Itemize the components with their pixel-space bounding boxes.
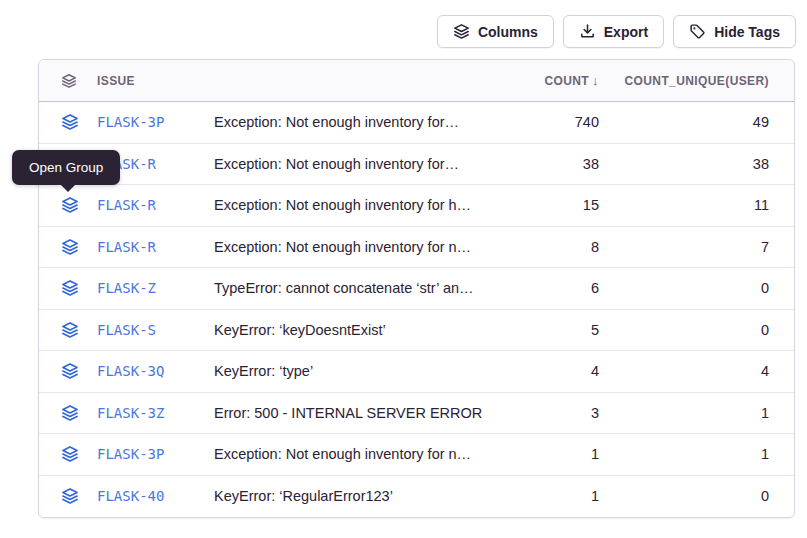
count-unique-value: 49 — [599, 114, 769, 130]
count-unique-value: 38 — [599, 156, 769, 172]
issue-link[interactable]: FLASK-Z — [97, 280, 214, 296]
issue-link[interactable]: FLASK-R — [97, 197, 214, 213]
table-body: FLASK-3P Exception: Not enough inventory… — [39, 102, 794, 517]
hide-tags-button[interactable]: Hide Tags — [673, 15, 796, 48]
count-unique-value: 1 — [599, 446, 769, 462]
count-value: 6 — [509, 280, 599, 296]
issue-row: FLASK-R Exception: Not enough inventory … — [39, 227, 794, 269]
issue-row: FLASK-3Q KeyError: ‘type’ 4 4 — [39, 351, 794, 393]
issue-link[interactable]: FLASK-R — [97, 239, 214, 255]
tag-icon — [689, 23, 706, 40]
count-header-label: COUNT — [544, 74, 589, 88]
open-group-layers-icon[interactable] — [61, 321, 97, 339]
table-toolbar: Columns Export Hide Tags — [437, 15, 796, 48]
column-header-count-unique[interactable]: COUNT_UNIQUE(USER) — [599, 74, 769, 88]
open-group-layers-icon[interactable] — [61, 362, 97, 380]
hide-tags-button-label: Hide Tags — [714, 24, 780, 40]
count-value: 38 — [509, 156, 599, 172]
open-group-layers-icon[interactable] — [61, 238, 97, 256]
export-button-label: Export — [604, 24, 648, 40]
columns-button[interactable]: Columns — [437, 15, 554, 48]
issue-link[interactable]: FLASK-3P — [97, 114, 214, 130]
count-unique-value: 0 — [599, 322, 769, 338]
issue-link[interactable]: FLASK-3Z — [97, 405, 214, 421]
issue-link[interactable]: FLASK-3Q — [97, 363, 214, 379]
open-group-layers-icon[interactable] — [61, 279, 97, 297]
open-group-layers-icon[interactable] — [61, 196, 97, 214]
column-header-issue[interactable]: ISSUE — [97, 74, 214, 88]
issue-row: FLASK-3Z Error: 500 - INTERNAL SERVER ER… — [39, 393, 794, 435]
issue-title: TypeError: cannot concatenate ‘str’ an… — [214, 280, 509, 296]
count-unique-value: 0 — [599, 488, 769, 504]
count-value: 3 — [509, 405, 599, 421]
open-group-layers-icon[interactable] — [61, 404, 97, 422]
issue-title: KeyError: ‘RegularError123’ — [214, 488, 509, 504]
issue-title: Exception: Not enough inventory for h… — [214, 197, 509, 213]
issue-title: Error: 500 - INTERNAL SERVER ERROR — [214, 405, 509, 421]
issue-row: FLASK-40 KeyError: ‘RegularError123’ 1 0 — [39, 476, 794, 518]
layers-icon — [453, 23, 470, 40]
column-header-count[interactable]: COUNT↓ — [509, 73, 599, 88]
open-group-tooltip-label: Open Group — [29, 160, 103, 175]
header-layers-icon — [61, 73, 97, 89]
count-value: 8 — [509, 239, 599, 255]
issue-title: Exception: Not enough inventory for… — [214, 156, 509, 172]
issue-title: KeyError: ‘keyDoesntExist’ — [214, 322, 509, 338]
count-value: 5 — [509, 322, 599, 338]
issue-row: FLASK-R Exception: Not enough inventory … — [39, 185, 794, 227]
count-unique-value: 1 — [599, 405, 769, 421]
table-header-row: ISSUE COUNT↓ COUNT_UNIQUE(USER) — [39, 60, 794, 102]
count-value: 1 — [509, 488, 599, 504]
count-unique-value: 7 — [599, 239, 769, 255]
issue-title: Exception: Not enough inventory for… — [214, 114, 509, 130]
issue-row: FLASK-R Exception: Not enough inventory … — [39, 144, 794, 186]
issue-link[interactable]: FLASK-3P — [97, 446, 214, 462]
issue-row: FLASK-Z TypeError: cannot concatenate ‘s… — [39, 268, 794, 310]
count-unique-value: 0 — [599, 280, 769, 296]
issue-title: Exception: Not enough inventory for n… — [214, 239, 509, 255]
issue-row: FLASK-S KeyError: ‘keyDoesntExist’ 5 0 — [39, 310, 794, 352]
issue-title: Exception: Not enough inventory for n… — [214, 446, 509, 462]
count-value: 4 — [509, 363, 599, 379]
issue-row: FLASK-3P Exception: Not enough inventory… — [39, 434, 794, 476]
columns-button-label: Columns — [478, 24, 538, 40]
issues-table: ISSUE COUNT↓ COUNT_UNIQUE(USER) FLASK-3P… — [38, 59, 795, 518]
open-group-layers-icon[interactable] — [61, 113, 97, 131]
open-group-layers-icon[interactable] — [61, 487, 97, 505]
count-unique-value: 4 — [599, 363, 769, 379]
open-group-layers-icon[interactable] — [61, 445, 97, 463]
count-value: 1 — [509, 446, 599, 462]
issue-link[interactable]: FLASK-S — [97, 322, 214, 338]
export-button[interactable]: Export — [563, 15, 664, 48]
open-group-tooltip: Open Group — [12, 150, 120, 185]
issue-row: FLASK-3P Exception: Not enough inventory… — [39, 102, 794, 144]
issue-link[interactable]: FLASK-40 — [97, 488, 214, 504]
count-value: 15 — [509, 197, 599, 213]
sort-descending-icon: ↓ — [592, 73, 599, 88]
download-icon — [579, 23, 596, 40]
count-value: 740 — [509, 114, 599, 130]
issue-title: KeyError: ‘type’ — [214, 363, 509, 379]
count-unique-value: 11 — [599, 197, 769, 213]
